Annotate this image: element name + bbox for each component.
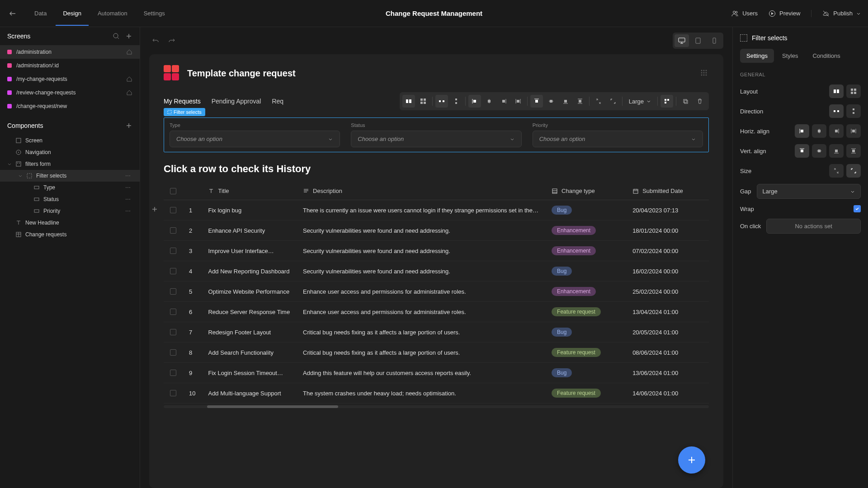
row-checkbox[interactable] xyxy=(170,390,176,396)
table-row[interactable]: 6 Reduce Server Response Time Enhance us… xyxy=(164,302,709,322)
more-icon[interactable]: ⋯ xyxy=(123,208,132,214)
tree-item[interactable]: Type⋯ xyxy=(0,182,140,193)
tree-item[interactable]: Status⋯ xyxy=(0,193,140,205)
fb-valign-start[interactable] xyxy=(530,95,543,108)
row-checkbox[interactable] xyxy=(170,288,176,295)
horizontal-scrollbar[interactable] xyxy=(164,405,709,408)
row-checkbox[interactable] xyxy=(170,227,176,234)
table-row[interactable]: 9 Fix Login Session Timeout… Adding this… xyxy=(164,363,709,383)
preview-button[interactable]: Preview xyxy=(769,10,800,17)
device-tablet[interactable] xyxy=(691,34,705,47)
publish-button[interactable]: Publish xyxy=(811,10,861,17)
rp-size-shrink[interactable] xyxy=(829,164,844,178)
rp-tab-styles[interactable]: Styles xyxy=(776,49,804,63)
select-all-checkbox[interactable] xyxy=(170,188,176,194)
rp-valign-stretch[interactable] xyxy=(846,144,861,158)
fb-halign-start[interactable] xyxy=(468,95,481,108)
table-row[interactable]: 2 Enhance API Security Security vulnerab… xyxy=(164,221,709,241)
table-row[interactable]: 8 Add Search Functionality Critical bug … xyxy=(164,343,709,363)
fb-delete[interactable] xyxy=(693,95,706,108)
nav-data[interactable]: Data xyxy=(27,1,54,26)
more-icon[interactable]: ⋯ xyxy=(123,173,132,179)
fb-grid[interactable] xyxy=(417,95,429,108)
tree-item[interactable]: Filter selects⋯ xyxy=(0,170,140,182)
tree-item[interactable]: Screen xyxy=(0,135,140,146)
row-checkbox[interactable] xyxy=(170,349,176,356)
device-desktop[interactable] xyxy=(675,34,689,47)
rp-valign-start[interactable] xyxy=(795,144,809,158)
row-checkbox[interactable] xyxy=(170,370,176,376)
tree-item[interactable]: Change requests xyxy=(0,229,140,240)
rp-dir-row[interactable] xyxy=(829,104,844,118)
rp-wrap-checkbox[interactable] xyxy=(854,205,861,212)
table-row[interactable]: 10 Add Multi-language Support The system… xyxy=(164,383,709,404)
screen-item[interactable]: /review-change-requests xyxy=(0,86,140,99)
filter-selects-container[interactable]: Filter selects TypeChoose an optionStatu… xyxy=(164,117,709,152)
row-checkbox[interactable] xyxy=(170,329,176,335)
rp-dir-col[interactable] xyxy=(846,104,861,118)
fb-halign-center[interactable] xyxy=(483,95,495,108)
fb-valign-end[interactable] xyxy=(559,95,572,108)
more-icon[interactable]: ⋯ xyxy=(123,196,132,202)
table-row[interactable]: 3 Improve User Interface… Security vulne… xyxy=(164,241,709,261)
screen-item[interactable]: /administration/:id xyxy=(0,59,140,72)
rp-halign-start[interactable] xyxy=(795,124,809,138)
rp-tab-settings[interactable]: Settings xyxy=(740,49,774,63)
rp-gap-select[interactable]: Large xyxy=(757,184,861,199)
screen-item[interactable]: /my-change-requests xyxy=(0,72,140,86)
add-row-button[interactable] xyxy=(149,204,160,215)
rp-size-grow[interactable] xyxy=(846,164,861,178)
more-icon[interactable]: ⋯ xyxy=(123,184,132,191)
filter-select-type[interactable]: Choose an option xyxy=(170,131,340,147)
grip-icon[interactable] xyxy=(700,69,709,78)
rp-layout-grid[interactable] xyxy=(846,84,861,98)
device-mobile[interactable] xyxy=(707,34,722,47)
fb-grow[interactable] xyxy=(607,95,619,108)
row-checkbox[interactable] xyxy=(170,268,176,274)
table-row[interactable]: 4 Add New Reporting Dashboard Security v… xyxy=(164,261,709,282)
fb-halign-stretch[interactable] xyxy=(512,95,524,108)
screen-item[interactable]: /change-request/new xyxy=(0,99,140,113)
tab-my-requests[interactable]: My Requests xyxy=(164,94,201,108)
filter-select-status[interactable]: Choose an option xyxy=(351,131,521,147)
rp-onclick-actions[interactable]: No actions set xyxy=(766,219,861,234)
rp-halign-center[interactable] xyxy=(812,124,826,138)
rp-valign-center[interactable] xyxy=(812,144,826,158)
fb-halign-end[interactable] xyxy=(497,95,510,108)
nav-automation[interactable]: Automation xyxy=(90,1,135,26)
fb-dir-row[interactable] xyxy=(435,95,448,108)
back-button[interactable] xyxy=(7,8,18,19)
fb-wrap[interactable] xyxy=(660,95,673,108)
tree-item[interactable]: New Headline xyxy=(0,217,140,229)
users-button[interactable]: Users xyxy=(731,10,758,17)
add-screen-icon[interactable] xyxy=(125,33,132,40)
rp-tab-conditions[interactable]: Conditions xyxy=(806,49,846,63)
nav-settings[interactable]: Settings xyxy=(137,1,172,26)
fb-shrink[interactable] xyxy=(592,95,605,108)
fb-valign-stretch[interactable] xyxy=(574,95,586,108)
filter-select-priority[interactable]: Choose an option xyxy=(533,131,703,147)
tab-pending[interactable]: Pending Approval xyxy=(212,94,261,108)
row-checkbox[interactable] xyxy=(170,309,176,315)
search-icon[interactable] xyxy=(113,33,120,40)
screen-item[interactable]: /administration xyxy=(0,45,140,59)
table-row[interactable]: 5 Optimize Website Performance Enhance u… xyxy=(164,282,709,302)
tab-truncated[interactable]: Req xyxy=(272,94,285,108)
fb-size-select[interactable]: Large xyxy=(625,98,655,105)
rp-halign-end[interactable] xyxy=(829,124,844,138)
row-checkbox[interactable] xyxy=(170,207,176,213)
tree-item[interactable]: Navigation xyxy=(0,146,140,158)
fb-valign-center[interactable] xyxy=(545,95,557,108)
table-row[interactable]: 7 Redesign Footer Layout Critical bug ne… xyxy=(164,322,709,343)
fb-flex[interactable] xyxy=(402,95,415,108)
fb-dir-col[interactable] xyxy=(450,95,462,108)
row-checkbox[interactable] xyxy=(170,248,176,254)
fb-copy[interactable] xyxy=(679,95,692,108)
table-row[interactable]: 1 Fix login bug There is currently an is… xyxy=(164,200,709,221)
fab-add-button[interactable] xyxy=(678,446,705,474)
nav-design[interactable]: Design xyxy=(56,1,88,26)
redo-button[interactable] xyxy=(165,34,178,47)
undo-button[interactable] xyxy=(149,34,162,47)
tree-item[interactable]: Priority⋯ xyxy=(0,205,140,217)
rp-halign-stretch[interactable] xyxy=(846,124,861,138)
